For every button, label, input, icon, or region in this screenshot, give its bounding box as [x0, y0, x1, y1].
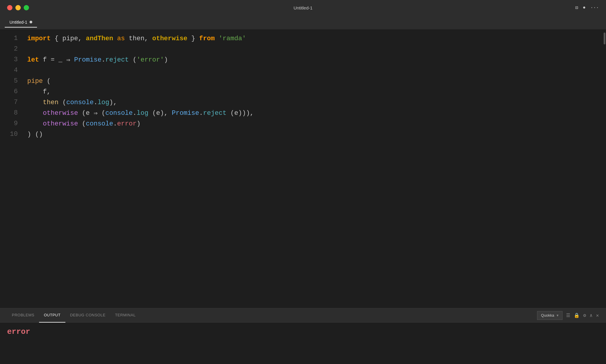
code-token: f = _: [39, 56, 66, 64]
close-panel-icon[interactable]: ✕: [596, 313, 599, 318]
code-token: let: [27, 56, 39, 64]
code-token: }: [187, 35, 199, 42]
minimize-button[interactable]: [15, 5, 21, 10]
line-number-4: 4: [0, 65, 18, 76]
code-token: ⇒: [66, 56, 70, 64]
titlebar: Untitled-1 ⊡ ● ···: [0, 0, 606, 15]
code-token: [27, 99, 43, 106]
code-token: [27, 109, 43, 117]
scrollbar-thumb[interactable]: [604, 33, 605, 44]
line-number-3: 3: [0, 54, 18, 65]
code-token: (e))),: [226, 109, 254, 117]
line-number-2: 2: [0, 44, 18, 54]
tab-output[interactable]: OUTPUT: [39, 308, 65, 323]
code-token: reject: [105, 56, 129, 64]
code-token: .: [101, 56, 105, 64]
tab-label: Untitled-1: [9, 20, 27, 25]
code-token: [70, 56, 74, 64]
code-line-7: then (console.log),: [27, 97, 582, 108]
code-token: .: [199, 109, 203, 117]
code-token: console: [105, 109, 133, 117]
code-token: Promise: [74, 56, 101, 64]
code-token: Promise: [172, 109, 199, 117]
code-token: f,: [27, 88, 51, 96]
output-source-dropdown[interactable]: Quokka ▾: [537, 311, 563, 320]
code-token: (: [59, 99, 66, 106]
code-token: [27, 120, 43, 128]
code-line-5: pipe (: [27, 76, 582, 86]
line-number-1: 1: [0, 33, 18, 44]
code-token: (e: [78, 109, 94, 117]
code-line-9: otherwise (console.error): [27, 118, 582, 129]
code-token: log: [137, 109, 149, 117]
circle-icon[interactable]: ●: [583, 5, 586, 10]
panel-output-content: error: [0, 323, 606, 364]
tab-unsaved-indicator: [30, 21, 32, 23]
code-token: (: [129, 56, 136, 64]
line-number-7: 7: [0, 97, 18, 108]
code-token: console: [86, 120, 113, 128]
code-line-4: [27, 65, 582, 76]
code-token: ) (): [27, 131, 43, 138]
code-token: .: [113, 120, 117, 128]
tab-debug-console[interactable]: DEBUG CONSOLE: [65, 308, 110, 323]
code-token: .: [133, 109, 137, 117]
close-button[interactable]: [7, 5, 12, 10]
chevron-up-icon[interactable]: ∧: [590, 313, 593, 318]
code-token: (e),: [148, 109, 172, 117]
tab-problems[interactable]: PROBLEMS: [7, 308, 39, 323]
code-token: 'error': [137, 56, 164, 64]
code-token: from: [199, 35, 215, 42]
code-token: otherwise: [152, 35, 188, 42]
tab-bar: Untitled-1: [0, 15, 606, 30]
code-token: (: [43, 78, 51, 85]
settings-icon[interactable]: ⚙: [583, 313, 586, 318]
tab-terminal[interactable]: TERMINAL: [110, 308, 141, 323]
code-token: import: [27, 35, 51, 42]
code-line-8: otherwise (e ⇒ (console.log (e), Promise…: [27, 108, 582, 118]
code-token: reject: [203, 109, 226, 117]
code-token: otherwise: [43, 120, 78, 128]
chevron-down-icon: ▾: [557, 313, 559, 318]
bottom-panel: PROBLEMS OUTPUT DEBUG CONSOLE TERMINAL Q…: [0, 308, 606, 364]
code-line-10: ) (): [27, 129, 582, 140]
code-token: ): [164, 56, 168, 64]
code-token: pipe: [27, 78, 43, 85]
code-token: log: [98, 99, 109, 106]
line-number-6: 6: [0, 86, 18, 97]
lock-icon[interactable]: 🔒: [574, 313, 580, 318]
titlebar-actions: ⊡ ● ···: [575, 5, 599, 11]
line-numbers: 12345678910: [0, 30, 24, 308]
code-token: then: [43, 99, 59, 106]
code-line-6: f,: [27, 86, 582, 97]
code-token: then,: [125, 35, 152, 42]
code-token: as: [117, 35, 125, 42]
tab-untitled-1[interactable]: Untitled-1: [5, 17, 37, 28]
line-number-10: 10: [0, 129, 18, 140]
code-token: [215, 35, 219, 42]
code-line-1: import { pipe, andThen as then, otherwis…: [27, 33, 582, 44]
code-token: (: [78, 120, 86, 128]
code-line-2: [27, 44, 582, 54]
code-token: error: [117, 120, 137, 128]
line-number-9: 9: [0, 118, 18, 129]
window-controls: [7, 5, 29, 10]
code-token: ⇒: [94, 109, 97, 117]
code-token: otherwise: [43, 109, 78, 117]
code-token: (: [98, 109, 105, 117]
split-editor-icon[interactable]: ⊡: [575, 5, 578, 11]
line-number-5: 5: [0, 76, 18, 86]
maximize-button[interactable]: [24, 5, 29, 10]
code-token: ): [137, 120, 141, 128]
panel-controls: Quokka ▾ ☰ 🔒 ⚙ ∧ ✕: [537, 311, 599, 320]
line-number-8: 8: [0, 108, 18, 118]
window-title: Untitled-1: [294, 5, 312, 10]
more-actions-icon[interactable]: ···: [590, 5, 599, 10]
dropdown-label: Quokka: [541, 313, 554, 318]
code-line-3: let f = _ ⇒ Promise.reject ('error'): [27, 54, 582, 65]
code-editor[interactable]: import { pipe, andThen as then, otherwis…: [24, 30, 582, 308]
panel-tab-bar: PROBLEMS OUTPUT DEBUG CONSOLE TERMINAL Q…: [0, 308, 606, 323]
scrollbar-track[interactable]: [602, 30, 606, 308]
clear-output-icon[interactable]: ☰: [566, 313, 570, 318]
code-token: console: [66, 99, 94, 106]
